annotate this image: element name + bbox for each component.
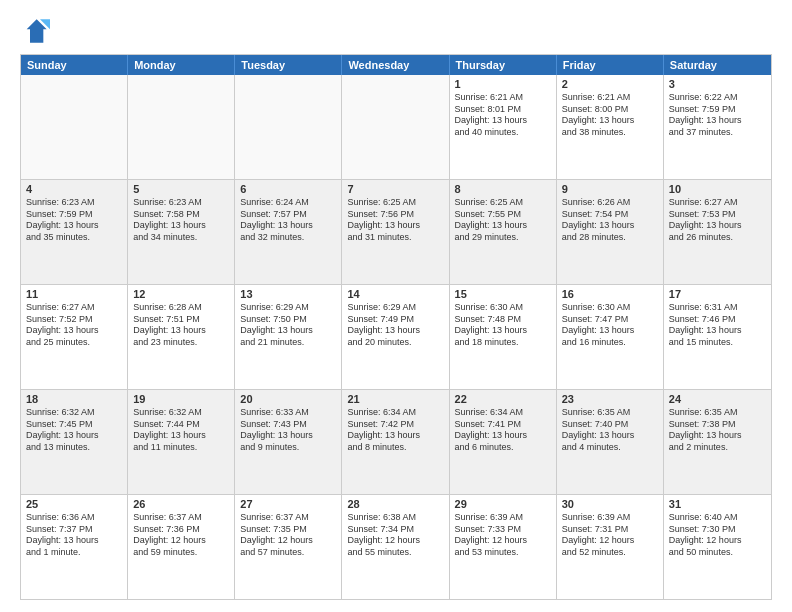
cell-text-line: Sunrise: 6:31 AM <box>669 302 766 314</box>
day-number: 28 <box>347 498 443 510</box>
cal-cell-2-3: 14Sunrise: 6:29 AMSunset: 7:49 PMDayligh… <box>342 285 449 389</box>
cal-cell-1-3: 7Sunrise: 6:25 AMSunset: 7:56 PMDaylight… <box>342 180 449 284</box>
cell-text-line: and 40 minutes. <box>455 127 551 139</box>
cell-text-line: Daylight: 13 hours <box>347 325 443 337</box>
day-number: 20 <box>240 393 336 405</box>
cell-text-line: and 55 minutes. <box>347 547 443 559</box>
cell-text-line: Sunset: 7:57 PM <box>240 209 336 221</box>
cal-cell-2-0: 11Sunrise: 6:27 AMSunset: 7:52 PMDayligh… <box>21 285 128 389</box>
cell-text-line: Sunset: 7:59 PM <box>26 209 122 221</box>
cell-text-line: and 1 minute. <box>26 547 122 559</box>
cell-text-line: and 18 minutes. <box>455 337 551 349</box>
cell-text-line: Sunset: 7:48 PM <box>455 314 551 326</box>
cell-text-line: and 13 minutes. <box>26 442 122 454</box>
cell-text-line: Sunrise: 6:25 AM <box>455 197 551 209</box>
cell-text-line: Daylight: 13 hours <box>455 325 551 337</box>
cell-text-line: Daylight: 13 hours <box>26 535 122 547</box>
cell-text-line: and 4 minutes. <box>562 442 658 454</box>
cell-text-line: Daylight: 13 hours <box>562 430 658 442</box>
day-number: 15 <box>455 288 551 300</box>
cell-text-line: Sunrise: 6:39 AM <box>455 512 551 524</box>
cell-text-line: Daylight: 12 hours <box>133 535 229 547</box>
cell-text-line: Sunrise: 6:32 AM <box>133 407 229 419</box>
cell-text-line: Sunrise: 6:35 AM <box>669 407 766 419</box>
cell-text-line: Sunrise: 6:27 AM <box>669 197 766 209</box>
cell-text-line: Sunset: 8:01 PM <box>455 104 551 116</box>
cal-cell-1-4: 8Sunrise: 6:25 AMSunset: 7:55 PMDaylight… <box>450 180 557 284</box>
cell-text-line: and 29 minutes. <box>455 232 551 244</box>
cell-text-line: Sunset: 7:50 PM <box>240 314 336 326</box>
day-number: 5 <box>133 183 229 195</box>
cell-text-line: and 28 minutes. <box>562 232 658 244</box>
cell-text-line: Sunset: 7:53 PM <box>669 209 766 221</box>
cell-text-line: Sunset: 7:37 PM <box>26 524 122 536</box>
cal-cell-0-1 <box>128 75 235 179</box>
cell-text-line: Daylight: 12 hours <box>669 535 766 547</box>
logo-icon <box>20 16 50 46</box>
day-number: 22 <box>455 393 551 405</box>
cal-cell-3-4: 22Sunrise: 6:34 AMSunset: 7:41 PMDayligh… <box>450 390 557 494</box>
cell-text-line: Sunrise: 6:27 AM <box>26 302 122 314</box>
cell-text-line: Sunrise: 6:22 AM <box>669 92 766 104</box>
cell-text-line: Daylight: 13 hours <box>240 430 336 442</box>
calendar-header: SundayMondayTuesdayWednesdayThursdayFrid… <box>21 55 771 75</box>
cal-cell-0-3 <box>342 75 449 179</box>
cell-text-line: Sunrise: 6:28 AM <box>133 302 229 314</box>
day-number: 24 <box>669 393 766 405</box>
cell-text-line: and 32 minutes. <box>240 232 336 244</box>
calendar-row-2: 11Sunrise: 6:27 AMSunset: 7:52 PMDayligh… <box>21 285 771 390</box>
header-day-thursday: Thursday <box>450 55 557 75</box>
cell-text-line: and 53 minutes. <box>455 547 551 559</box>
day-number: 26 <box>133 498 229 510</box>
day-number: 4 <box>26 183 122 195</box>
cal-cell-0-6: 3Sunrise: 6:22 AMSunset: 7:59 PMDaylight… <box>664 75 771 179</box>
cell-text-line: and 59 minutes. <box>133 547 229 559</box>
calendar-row-3: 18Sunrise: 6:32 AMSunset: 7:45 PMDayligh… <box>21 390 771 495</box>
day-number: 30 <box>562 498 658 510</box>
cell-text-line: and 26 minutes. <box>669 232 766 244</box>
cell-text-line: Sunset: 7:33 PM <box>455 524 551 536</box>
cell-text-line: Sunset: 7:30 PM <box>669 524 766 536</box>
calendar-body: 1Sunrise: 6:21 AMSunset: 8:01 PMDaylight… <box>21 75 771 599</box>
cell-text-line: Sunrise: 6:21 AM <box>455 92 551 104</box>
calendar-row-4: 25Sunrise: 6:36 AMSunset: 7:37 PMDayligh… <box>21 495 771 599</box>
cal-cell-0-5: 2Sunrise: 6:21 AMSunset: 8:00 PMDaylight… <box>557 75 664 179</box>
cell-text-line: Sunset: 7:38 PM <box>669 419 766 431</box>
cell-text-line: Sunrise: 6:38 AM <box>347 512 443 524</box>
day-number: 19 <box>133 393 229 405</box>
cell-text-line: Sunset: 7:44 PM <box>133 419 229 431</box>
day-number: 13 <box>240 288 336 300</box>
day-number: 8 <box>455 183 551 195</box>
cell-text-line: and 38 minutes. <box>562 127 658 139</box>
cell-text-line: Sunrise: 6:23 AM <box>26 197 122 209</box>
cell-text-line: Daylight: 13 hours <box>347 430 443 442</box>
day-number: 6 <box>240 183 336 195</box>
header-day-saturday: Saturday <box>664 55 771 75</box>
cal-cell-2-5: 16Sunrise: 6:30 AMSunset: 7:47 PMDayligh… <box>557 285 664 389</box>
cell-text-line: Daylight: 13 hours <box>26 430 122 442</box>
cell-text-line: and 52 minutes. <box>562 547 658 559</box>
cell-text-line: and 11 minutes. <box>133 442 229 454</box>
cell-text-line: and 37 minutes. <box>669 127 766 139</box>
cell-text-line: Daylight: 13 hours <box>240 220 336 232</box>
cell-text-line: Sunset: 7:51 PM <box>133 314 229 326</box>
cell-text-line: Daylight: 12 hours <box>240 535 336 547</box>
cell-text-line: Sunrise: 6:39 AM <box>562 512 658 524</box>
cal-cell-4-6: 31Sunrise: 6:40 AMSunset: 7:30 PMDayligh… <box>664 495 771 599</box>
cell-text-line: Daylight: 13 hours <box>562 220 658 232</box>
day-number: 12 <box>133 288 229 300</box>
day-number: 29 <box>455 498 551 510</box>
cell-text-line: Sunset: 7:42 PM <box>347 419 443 431</box>
calendar: SundayMondayTuesdayWednesdayThursdayFrid… <box>20 54 772 600</box>
day-number: 16 <box>562 288 658 300</box>
cell-text-line: and 2 minutes. <box>669 442 766 454</box>
cell-text-line: Daylight: 12 hours <box>455 535 551 547</box>
cal-cell-3-3: 21Sunrise: 6:34 AMSunset: 7:42 PMDayligh… <box>342 390 449 494</box>
cell-text-line: Daylight: 13 hours <box>133 325 229 337</box>
cell-text-line: and 57 minutes. <box>240 547 336 559</box>
cell-text-line: and 9 minutes. <box>240 442 336 454</box>
header-day-monday: Monday <box>128 55 235 75</box>
cell-text-line: Daylight: 13 hours <box>669 220 766 232</box>
day-number: 21 <box>347 393 443 405</box>
cell-text-line: Daylight: 13 hours <box>669 430 766 442</box>
